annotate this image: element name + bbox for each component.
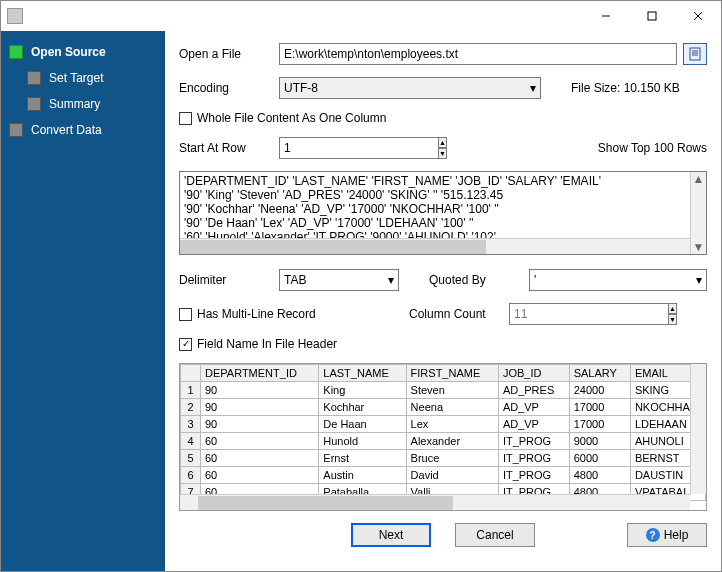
table-cell[interactable]: IT_PROG bbox=[498, 467, 569, 484]
whole-file-checkbox[interactable] bbox=[179, 112, 192, 125]
svg-rect-4 bbox=[690, 48, 700, 60]
table-cell[interactable]: Lex bbox=[406, 416, 498, 433]
encoding-select[interactable]: UTF-8 ▾ bbox=[279, 77, 541, 99]
table-row[interactable]: 290KochharNeenaAD_VP17000NKOCHHA bbox=[181, 399, 706, 416]
spinner-down-icon[interactable]: ▼ bbox=[438, 148, 447, 159]
table-row[interactable]: 660AustinDavidIT_PROG4800DAUSTIN bbox=[181, 467, 706, 484]
spinner-up-icon[interactable]: ▲ bbox=[668, 303, 677, 314]
column-header[interactable]: LAST_NAME bbox=[319, 365, 406, 382]
multiline-label: Has Multi-Line Record bbox=[197, 307, 316, 321]
app-icon bbox=[7, 8, 23, 24]
chevron-down-icon: ▾ bbox=[696, 273, 702, 287]
data-grid[interactable]: DEPARTMENT_IDLAST_NAMEFIRST_NAMEJOB_IDSA… bbox=[179, 363, 707, 511]
column-count-input[interactable] bbox=[509, 303, 668, 325]
help-button[interactable]: ? Help bbox=[627, 523, 707, 547]
delimiter-label: Delimiter bbox=[179, 273, 279, 287]
start-row-label: Start At Row bbox=[179, 141, 279, 155]
multiline-checkbox[interactable] bbox=[179, 308, 192, 321]
table-cell[interactable]: 4800 bbox=[569, 467, 630, 484]
table-cell[interactable]: De Haan bbox=[319, 416, 406, 433]
svg-rect-1 bbox=[648, 12, 656, 20]
grid-corner bbox=[181, 365, 201, 382]
next-button[interactable]: Next bbox=[351, 523, 431, 547]
file-path-input[interactable] bbox=[279, 43, 677, 65]
file-size-label: File Size: 10.150 KB bbox=[571, 81, 680, 95]
table-row[interactable]: 560ErnstBruceIT_PROG6000BERNST bbox=[181, 450, 706, 467]
cancel-button[interactable]: Cancel bbox=[455, 523, 535, 547]
table-cell[interactable]: Steven bbox=[406, 382, 498, 399]
table-cell[interactable]: 60 bbox=[201, 433, 319, 450]
table-cell[interactable]: Neena bbox=[406, 399, 498, 416]
browse-file-button[interactable] bbox=[683, 43, 707, 65]
column-count-spinner[interactable]: ▲▼ bbox=[509, 303, 629, 325]
table-cell[interactable]: Kochhar bbox=[319, 399, 406, 416]
table-cell[interactable]: AD_VP bbox=[498, 399, 569, 416]
grid-hscrollbar[interactable] bbox=[180, 494, 690, 510]
chevron-down-icon: ▾ bbox=[388, 273, 394, 287]
table-cell[interactable]: 24000 bbox=[569, 382, 630, 399]
preview-vscrollbar[interactable]: ▲▼ bbox=[690, 172, 706, 254]
wizard-sidebar: Open Source Set Target Summary Convert D… bbox=[1, 31, 165, 571]
help-icon: ? bbox=[646, 528, 660, 542]
spinner-up-icon[interactable]: ▲ bbox=[438, 137, 447, 148]
field-header-checkbox[interactable]: ✓ bbox=[179, 338, 192, 351]
table-cell[interactable]: Austin bbox=[319, 467, 406, 484]
whole-file-label: Whole File Content As One Column bbox=[197, 111, 386, 125]
start-row-input[interactable] bbox=[279, 137, 438, 159]
column-header[interactable]: JOB_ID bbox=[498, 365, 569, 382]
preview-hscrollbar[interactable] bbox=[180, 238, 690, 254]
table-cell[interactable]: IT_PROG bbox=[498, 450, 569, 467]
field-header-label: Field Name In File Header bbox=[197, 337, 337, 351]
title-bar bbox=[1, 1, 721, 31]
minimize-button[interactable] bbox=[583, 1, 629, 31]
table-row[interactable]: 390De HaanLexAD_VP17000LDEHAAN bbox=[181, 416, 706, 433]
table-cell[interactable]: Ernst bbox=[319, 450, 406, 467]
table-cell[interactable]: AD_VP bbox=[498, 416, 569, 433]
document-icon bbox=[688, 47, 702, 61]
raw-preview: 'DEPARTMENT_ID' 'LAST_NAME' 'FIRST_NAME'… bbox=[179, 171, 707, 255]
table-cell[interactable]: 90 bbox=[201, 416, 319, 433]
table-cell[interactable]: Bruce bbox=[406, 450, 498, 467]
start-row-spinner[interactable]: ▲▼ bbox=[279, 137, 399, 159]
step-open-source[interactable]: Open Source bbox=[9, 45, 157, 59]
chevron-down-icon: ▾ bbox=[530, 81, 536, 95]
table-row[interactable]: 190KingStevenAD_PRES24000SKING bbox=[181, 382, 706, 399]
quoted-by-select[interactable]: '▾ bbox=[529, 269, 707, 291]
step-set-target[interactable]: Set Target bbox=[27, 71, 157, 85]
encoding-label: Encoding bbox=[179, 81, 279, 95]
table-cell[interactable]: 60 bbox=[201, 467, 319, 484]
quoted-by-label: Quoted By bbox=[429, 273, 529, 287]
table-cell[interactable]: 9000 bbox=[569, 433, 630, 450]
column-header[interactable]: SALARY bbox=[569, 365, 630, 382]
table-cell[interactable]: AD_PRES bbox=[498, 382, 569, 399]
open-file-label: Open a File bbox=[179, 47, 279, 61]
grid-vscrollbar[interactable] bbox=[690, 364, 706, 494]
table-cell[interactable]: 60 bbox=[201, 450, 319, 467]
table-cell[interactable]: Hunold bbox=[319, 433, 406, 450]
table-cell[interactable]: 17000 bbox=[569, 416, 630, 433]
table-cell[interactable]: 6000 bbox=[569, 450, 630, 467]
step-convert-data[interactable]: Convert Data bbox=[9, 123, 157, 137]
table-cell[interactable]: Alexander bbox=[406, 433, 498, 450]
content-pane: Open a File Encoding UTF-8 ▾ File Size: … bbox=[165, 31, 721, 571]
step-summary[interactable]: Summary bbox=[27, 97, 157, 111]
column-header[interactable]: FIRST_NAME bbox=[406, 365, 498, 382]
column-count-label: Column Count bbox=[409, 307, 509, 321]
spinner-down-icon[interactable]: ▼ bbox=[668, 314, 677, 325]
table-cell[interactable]: IT_PROG bbox=[498, 433, 569, 450]
maximize-button[interactable] bbox=[629, 1, 675, 31]
table-cell[interactable]: King bbox=[319, 382, 406, 399]
show-top-label: Show Top 100 Rows bbox=[598, 141, 707, 155]
table-cell[interactable]: 90 bbox=[201, 399, 319, 416]
delimiter-select[interactable]: TAB▾ bbox=[279, 269, 399, 291]
table-cell[interactable]: 17000 bbox=[569, 399, 630, 416]
table-cell[interactable]: 90 bbox=[201, 382, 319, 399]
table-row[interactable]: 460HunoldAlexanderIT_PROG9000AHUNOLI bbox=[181, 433, 706, 450]
table-cell[interactable]: David bbox=[406, 467, 498, 484]
column-header[interactable]: DEPARTMENT_ID bbox=[201, 365, 319, 382]
close-button[interactable] bbox=[675, 1, 721, 31]
